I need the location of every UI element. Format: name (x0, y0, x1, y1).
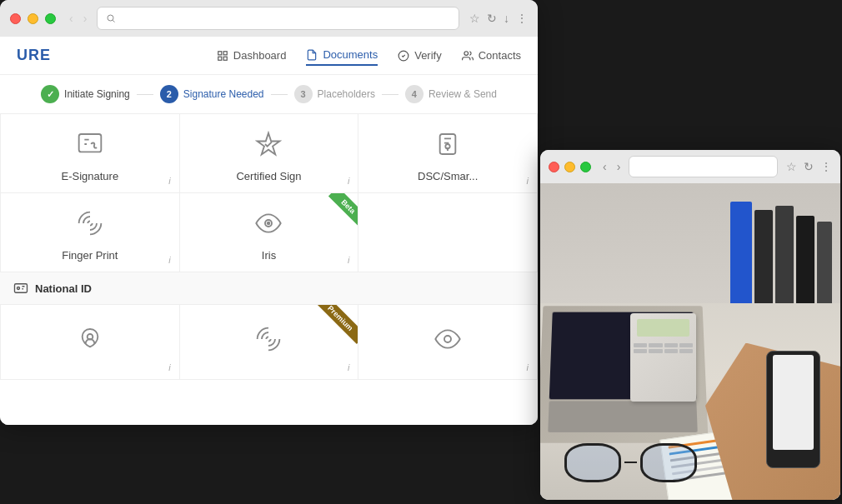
card-empty (358, 193, 538, 272)
card-iris-info[interactable]: i (348, 255, 349, 265)
card-esignature-label: E-Signature (62, 170, 119, 182)
calculator (630, 313, 696, 402)
step-3-label: Placeholders (318, 88, 375, 100)
stepper: ✓ Initiate Signing 2 Signature Needed 3 … (0, 75, 538, 114)
minimize-button[interactable] (28, 13, 38, 24)
url-input[interactable] (121, 12, 450, 24)
card-certifiedsign-info[interactable]: i (348, 176, 349, 186)
calc-btn-8 (679, 349, 693, 353)
card-fingerprint-premium[interactable]: Premium i (180, 305, 359, 380)
glasses (564, 441, 714, 484)
svg-rect-5 (223, 57, 227, 60)
menu-button[interactable]: ⋮ (516, 12, 528, 25)
nav-dashboard-label: Dashboard (233, 49, 287, 62)
photo-forward-button[interactable]: › (614, 158, 624, 175)
step-4-circle: 4 (405, 85, 424, 103)
reload-button[interactable]: ↻ (487, 12, 497, 25)
app-nav: URE Dashboard Documents (0, 37, 538, 75)
step-4[interactable]: 4 Review & Send (405, 85, 497, 103)
photo-maximize-button[interactable] (580, 162, 591, 172)
download-button[interactable]: ↓ (504, 12, 509, 25)
card-fingerprint-premium-info[interactable]: i (348, 362, 349, 372)
step-3[interactable]: 3 Placeholders (294, 85, 375, 103)
card-iris2-info[interactable]: i (527, 362, 529, 372)
section-national-id-label: National ID (35, 282, 92, 295)
card-iris[interactable]: Beta Iris i (180, 193, 359, 272)
shelf-binders (730, 192, 832, 312)
close-button[interactable] (10, 13, 21, 24)
card-dsc[interactable]: DSC/Smar... i (358, 114, 538, 193)
toolbar-icons: ☆ ↻ ↓ ⋮ (469, 12, 528, 25)
main-browser-window: ‹ › ☆ ↻ ↓ ⋮ URE (0, 0, 538, 425)
esign-svg (77, 131, 103, 157)
binder-blue (730, 202, 752, 312)
cards-section: E-Signature i Certified Sign i (0, 114, 538, 380)
address-bar[interactable] (97, 7, 459, 30)
nav-contacts[interactable]: Contacts (462, 45, 521, 66)
nav-documents-label: Documents (323, 48, 378, 61)
section-national-id-header: National ID (0, 272, 538, 305)
photo-minimize-button[interactable] (564, 162, 575, 172)
card-iris2[interactable]: i (358, 305, 538, 380)
star-button[interactable]: ☆ (469, 12, 480, 25)
nav-dashboard[interactable]: Dashboard (217, 45, 287, 66)
aadhaar-icon (77, 326, 103, 358)
photo-back-button[interactable]: ‹ (599, 158, 610, 175)
step-1-label: Initiate Signing (64, 88, 130, 100)
card-fingerprint[interactable]: Finger Print i (1, 193, 180, 272)
cards-grid-row3: i Premium (0, 305, 538, 380)
card-esignature-info[interactable]: i (168, 176, 170, 186)
browser-nav-buttons: ‹ › (66, 10, 90, 27)
nav-verify[interactable]: Verify (398, 45, 442, 66)
esignature-icon (77, 131, 103, 163)
maximize-button[interactable] (45, 13, 56, 24)
card-fingerprint-label: Finger Print (62, 249, 118, 262)
forward-button[interactable]: › (80, 10, 91, 27)
photo-menu-button[interactable]: ⋮ (820, 160, 832, 173)
photo-reload-button[interactable]: ↻ (804, 160, 814, 173)
binder-dark2 (775, 206, 794, 311)
svg-point-0 (108, 15, 113, 21)
nav-documents[interactable]: Documents (306, 45, 378, 66)
nav-contacts-label: Contacts (479, 49, 521, 62)
certifiedsign-svg (255, 131, 282, 157)
office-photo (540, 183, 840, 500)
step-2[interactable]: 2 Signature Needed (160, 85, 264, 103)
step-1[interactable]: ✓ Initiate Signing (41, 85, 130, 103)
photo-star-button[interactable]: ☆ (786, 160, 797, 173)
svg-point-14 (444, 336, 451, 342)
browser-titlebar: ‹ › ☆ ↻ ↓ ⋮ (0, 0, 538, 37)
photo-content (540, 183, 840, 500)
step-divider-2 (271, 94, 288, 95)
svg-point-12 (18, 287, 20, 290)
photo-close-button[interactable] (549, 162, 559, 172)
card-aadhaar-info[interactable]: i (168, 362, 170, 372)
card-esignature[interactable]: E-Signature i (1, 114, 180, 193)
card-aadhaar[interactable]: i (1, 305, 180, 380)
fingerprint-svg (77, 210, 103, 237)
calc-btn-4 (679, 343, 693, 347)
calc-btn-1 (634, 343, 647, 347)
fingerprint2-svg (255, 326, 282, 352)
phone-screen (773, 355, 814, 450)
id-card-icon (13, 281, 28, 296)
card-certifiedsign[interactable]: Certified Sign i (180, 114, 359, 193)
fingerprint2-icon (255, 326, 282, 358)
dsc-icon (434, 131, 461, 163)
dsc-svg (434, 131, 461, 157)
photo-toolbar-icons: ☆ ↻ ⋮ (786, 160, 832, 173)
card-dsc-info[interactable]: i (527, 176, 529, 186)
binder-dark4 (817, 222, 832, 312)
card-fingerprint-info[interactable]: i (168, 255, 170, 265)
calc-btn-2 (649, 343, 662, 347)
back-button[interactable]: ‹ (66, 10, 77, 27)
calc-btn-6 (649, 349, 662, 353)
certifiedsign-icon (255, 131, 282, 163)
iris2-icon (434, 326, 461, 358)
photo-browser-titlebar: ‹ › ☆ ↻ ⋮ (540, 150, 840, 183)
photo-address-bar (629, 156, 778, 177)
svg-rect-2 (218, 51, 222, 54)
aadhaar-svg (77, 326, 103, 352)
calc-btn-5 (634, 349, 647, 353)
svg-rect-11 (15, 284, 28, 293)
